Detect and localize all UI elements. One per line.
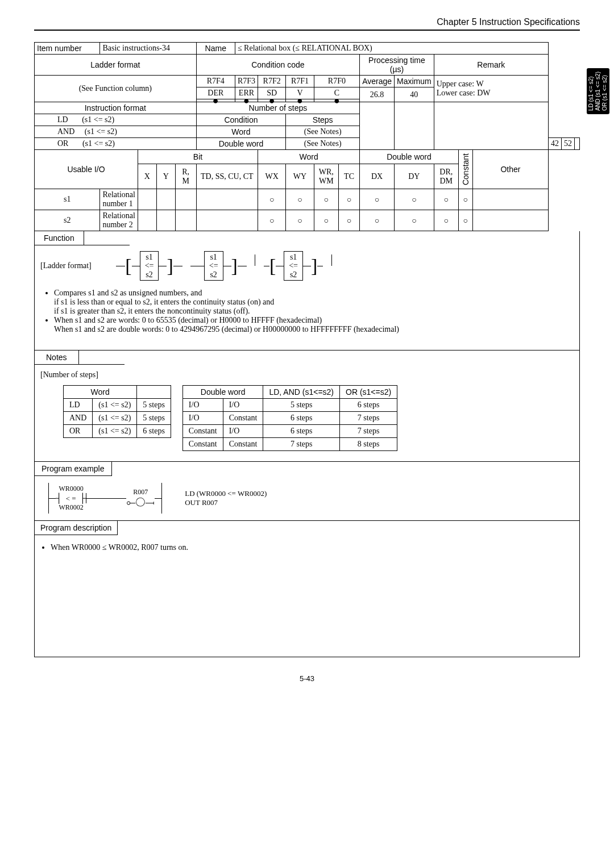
empty-cell: [138, 210, 156, 231]
cell: I/O: [182, 412, 223, 425]
cell: Constant: [182, 438, 223, 451]
empty-cell: [575, 138, 580, 150]
circle-icon: ○: [258, 210, 286, 231]
upper-case: Upper case: W: [437, 80, 546, 89]
circle-icon: ○: [258, 189, 286, 210]
func-bullet: Compares s1 and s2 as unsigned numbers, …: [54, 289, 570, 316]
basic-instructions: Basic instructions-34: [100, 43, 196, 55]
operand-id: s1: [35, 189, 100, 210]
ladder-box: s1 <= s2: [284, 251, 303, 281]
circle-icon: ○: [338, 210, 359, 231]
operand-id: s2: [35, 210, 100, 231]
cell: 7 steps: [340, 412, 397, 425]
mnemonic-arg: (s1 <= s2): [82, 139, 115, 148]
max-value: 40: [395, 87, 434, 102]
ladder-format-label: Ladder format: [35, 55, 197, 76]
circle-icon: ○: [314, 189, 338, 210]
ladder-format-title: [Ladder format]: [40, 261, 92, 270]
cell: (s1 <= s2): [93, 425, 137, 438]
mnemonic: AND: [57, 127, 74, 136]
empty-cell: [434, 102, 548, 150]
cc-header: R7F2: [258, 76, 286, 87]
item-number-label: Item number: [35, 43, 100, 55]
func-bullet: When s1 and s2 are words: 0 to 65535 (de…: [54, 316, 570, 334]
empty-cell: [156, 189, 175, 210]
cc-header: R7F4: [196, 76, 235, 87]
col-dx: DX: [360, 164, 395, 189]
empty-cell: [175, 210, 196, 231]
cell: 6 steps: [263, 425, 340, 438]
col-wrwm: WR, WM: [314, 164, 338, 189]
cell: 7 steps: [340, 425, 397, 438]
coil-label: R007: [133, 488, 148, 496]
program-ladder: WR0000 ┤ < = ├ WR0002 R007 ⟜◯⟞ LD (: [48, 483, 579, 514]
mnemonic: LD: [57, 115, 68, 124]
cell: Constant: [182, 425, 223, 438]
steps-hdr: Double word: [182, 386, 263, 399]
col-tdss: TD, SS, CU, CT: [196, 164, 258, 189]
cell: (s1 <= s2): [93, 412, 137, 425]
ladder-box: s1 <= s2: [140, 251, 159, 281]
see-notes: (See Notes): [286, 126, 360, 138]
contact-label: WR0002: [59, 503, 83, 512]
program-description-text: When WR0000 ≤ WR0002, R007 turns on.: [51, 543, 579, 552]
cell: I/O: [223, 399, 263, 412]
empty-cell: [196, 189, 258, 210]
instr-row: OR (s1 <= s2): [35, 138, 197, 150]
lower-case: Lower case: DW: [437, 89, 546, 98]
function-label: Function: [35, 231, 84, 245]
condition-header: Condition: [196, 114, 286, 126]
remark-cell: Upper case: W Lower case: DW: [434, 76, 548, 102]
program-description-label: Program description: [35, 521, 118, 535]
steps-hdr: LD, AND (s1<=s2): [263, 386, 340, 399]
empty-cell: [395, 102, 434, 150]
cell: 5 steps: [137, 399, 171, 412]
cond-dword: Double word: [196, 138, 286, 150]
processing-time-label: Processing time (µs): [360, 55, 434, 76]
cell: Constant: [223, 438, 263, 451]
empty-cell: [196, 210, 258, 231]
ladder-box: s1 <= s2: [204, 251, 223, 281]
col-dy: DY: [395, 164, 434, 189]
cell: 8 steps: [340, 438, 397, 451]
cc-header: R7F3: [235, 76, 258, 87]
cell: LD: [64, 399, 93, 412]
name-label: Name: [196, 43, 235, 55]
condition-code-label: Condition code: [196, 55, 360, 76]
constant-header: Constant: [458, 150, 472, 189]
empty-cell: [472, 210, 548, 231]
circle-icon: ○: [434, 210, 458, 231]
side-tab: LD (s1 <= s2) AND (s1 <= s2) OR (s1 <= s…: [587, 68, 609, 114]
dword-header: Double word: [360, 150, 459, 164]
mnemonic-arg: (s1 <= s2): [85, 127, 117, 136]
circle-icon: ○: [434, 189, 458, 210]
circle-icon: ○: [360, 210, 395, 231]
num-steps-title: [Number of steps]: [40, 370, 570, 379]
circle-icon: ○: [458, 210, 472, 231]
avg-value: 26.8: [360, 87, 395, 102]
cell: 6 steps: [263, 412, 340, 425]
steps-table: Word Double word LD, AND (s1<=s2) OR (s1…: [63, 385, 397, 451]
empty-cell: [138, 189, 156, 210]
cell: 5 steps: [137, 412, 171, 425]
cell: AND: [64, 412, 93, 425]
mnemonic: OR: [57, 139, 68, 148]
cell: Constant: [223, 412, 263, 425]
empty-cell: [360, 102, 395, 150]
cell: (s1 <= s2): [93, 399, 137, 412]
contact-label: WR0000: [59, 485, 83, 493]
col-wy: WY: [286, 164, 314, 189]
cell: 6 steps: [340, 399, 397, 412]
maximum-label: Maximum: [395, 76, 434, 87]
bit-header: Bit: [138, 150, 258, 164]
page-number: 5-43: [34, 674, 580, 683]
cell: I/O: [182, 399, 223, 412]
program-description-section: Program description When WR0000 ≤ WR0002…: [34, 521, 580, 657]
function-section: Function [Ladder format] [ s1 <= s2 ]: [34, 231, 580, 350]
ladder-diagram: [ s1 <= s2 ] s1 <= s2 ]: [116, 251, 332, 281]
circle-icon: ○: [458, 189, 472, 210]
operand-name: Relational number 2: [100, 210, 138, 231]
instr-row: LD (s1 <= s2): [35, 114, 197, 126]
program-example-label: Program example: [35, 462, 112, 476]
see-notes: (See Notes): [286, 138, 360, 150]
